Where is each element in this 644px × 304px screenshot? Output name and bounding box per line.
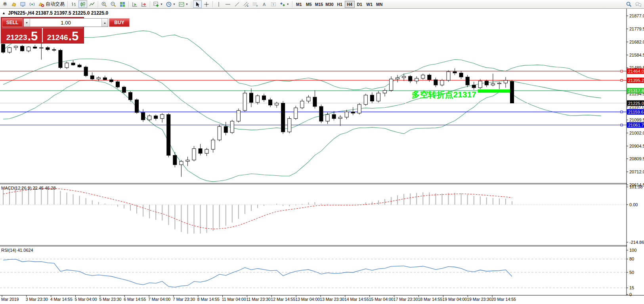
chart-canvas[interactable]: 多空转折点2131721877.021779.521682.021584.521… [0, 9, 644, 304]
price-line-21395.2[interactable] [0, 79, 627, 81]
price-line-21464.0[interactable] [0, 70, 627, 72]
buy-button[interactable]: BUY [109, 18, 130, 27]
price-line-21159.6[interactable] [0, 111, 627, 113]
annotation-text[interactable]: 多空转折点21317 [411, 90, 476, 99]
svg-text:18 Mar 14:55: 18 Mar 14:55 [418, 297, 442, 302]
svg-text:4 Mar 14:55: 4 Mar 14:55 [50, 297, 73, 302]
svg-text:14 Mar 14:55: 14 Mar 14:55 [344, 297, 369, 302]
tab-timeframe-d1[interactable]: D1 [355, 1, 365, 8]
tab-timeframe-h1[interactable]: H1 [335, 1, 345, 8]
svg-text:5 Mar 04:00: 5 Mar 04:00 [75, 297, 97, 302]
equidistant-channel-tool-button[interactable]: E [242, 0, 250, 8]
tab-timeframe-m15[interactable]: M15 [314, 1, 324, 8]
terminal-icon [20, 1, 26, 8]
terminal-button[interactable] [19, 0, 27, 8]
svg-text:21002.0: 21002.0 [629, 131, 644, 135]
text-label-tool-button[interactable]: T [269, 0, 278, 8]
periods-clock-icon [166, 1, 172, 8]
volume-decrease-button[interactable]: ▼ [24, 19, 30, 27]
new-chart-button[interactable]: ▼ [152, 0, 164, 8]
new-order-button[interactable]: 单 [1, 0, 9, 8]
vertical-line-tool-button[interactable] [214, 0, 223, 8]
fibonacci-tool-button[interactable]: F [251, 0, 260, 8]
candlestick-chart-type-button[interactable] [78, 0, 87, 8]
svg-text:6 Mar 14:55: 6 Mar 14:55 [124, 297, 146, 302]
price-badge-21395.2: 21395.2 [627, 78, 644, 83]
svg-text:15 Mar 04:00: 15 Mar 04:00 [369, 297, 394, 302]
cursor-tool-button[interactable] [193, 0, 202, 8]
terminal-window: 单 自动交易 [0, 0, 644, 304]
line-chart-icon [89, 1, 95, 8]
price-badge-21061.7: 21061.7 [627, 122, 644, 128]
templates-button[interactable]: ▼ [177, 0, 189, 8]
candles [2, 41, 514, 177]
text-tool-button[interactable]: A [260, 0, 269, 8]
volume-input[interactable] [30, 19, 101, 27]
auto-scroll-icon [132, 1, 138, 8]
svg-text:-214.86: -214.86 [629, 240, 644, 245]
trendline-tool-button[interactable] [233, 0, 241, 8]
crosshair-icon [203, 1, 210, 8]
autotrading-label: 自动交易 [46, 1, 65, 8]
buy-price[interactable]: 21246.5 [42, 28, 83, 42]
svg-text:11 Mar 23:30: 11 Mar 23:30 [247, 297, 271, 302]
svg-text:21682.0: 21682.0 [629, 40, 644, 44]
time-axis[interactable]: Mar 20193 Mar 23:304 Mar 14:555 Mar 04:0… [1, 295, 516, 302]
tile-windows-button[interactable] [118, 0, 127, 8]
signal-button[interactable] [28, 0, 36, 8]
svg-text:20809.5: 20809.5 [629, 156, 644, 161]
svg-text:19 Mar 23:30: 19 Mar 23:30 [467, 297, 491, 302]
chat-button[interactable] [634, 0, 643, 8]
line-chart-type-button[interactable] [88, 0, 96, 8]
svg-text:21584.5: 21584.5 [629, 53, 644, 57]
chat-icon [635, 1, 642, 8]
dropdown-caret-icon: ▼ [173, 3, 176, 6]
volume-control: ▼ ▲ [23, 18, 108, 27]
chart-symbol-header: ▲ JPN225-,H4 21387.5 21397.5 21225.0 212… [2, 10, 108, 16]
fibonacci-icon: F [252, 1, 258, 8]
horizontal-line-tool-button[interactable] [224, 0, 232, 8]
autotrading-icon [38, 1, 44, 8]
auto-scroll-button[interactable] [130, 0, 139, 8]
volume-increase-button[interactable]: ▲ [101, 19, 108, 27]
svg-text:0: 0 [629, 292, 632, 297]
support-highlight-bar[interactable] [478, 89, 514, 93]
tab-timeframe-m5[interactable]: M5 [304, 1, 314, 8]
svg-text:21877.0: 21877.0 [629, 13, 644, 18]
chart-window: 多空转折点2131721877.021779.521682.021584.521… [0, 9, 644, 304]
toolbar-separator [128, 1, 129, 8]
candlestick-icon [80, 1, 86, 8]
svg-text:13 Mar 04:00: 13 Mar 04:00 [295, 297, 320, 302]
vertical-line-icon [216, 1, 222, 8]
arrows-icon [279, 1, 286, 8]
autotrading-button[interactable]: 自动交易 [37, 0, 66, 8]
zoom-in-button[interactable] [100, 0, 109, 8]
svg-text:21159.6: 21159.6 [628, 110, 644, 114]
symbol-triangle-icon: ▲ [2, 11, 6, 15]
zoom-out-button[interactable] [109, 0, 118, 8]
periods-button[interactable]: ▼ [164, 0, 177, 8]
bar-chart-type-button[interactable] [69, 0, 78, 8]
sell-price[interactable]: 21223.5 [2, 28, 42, 42]
price-badge-21317.8: 21317.8 [627, 88, 644, 93]
svg-text:21779.5: 21779.5 [629, 27, 644, 31]
charts-folder-icon [11, 1, 17, 8]
price-badge-21464.0: 21464.0 [627, 68, 644, 74]
sell-button[interactable]: SELL [2, 18, 23, 27]
crosshair-tool-button[interactable] [202, 0, 211, 8]
price-badge-21225.0: 21225.0 [627, 101, 644, 106]
tab-timeframe-h4[interactable]: H4 [345, 1, 355, 8]
svg-text:15: 15 [629, 285, 634, 290]
chart-shift-button[interactable] [140, 0, 148, 8]
tab-timeframe-m30[interactable]: M30 [324, 1, 334, 8]
tab-timeframe-m1[interactable]: M1 [294, 1, 304, 8]
macd-indicator-label: MACD(12,26,9) 22.45 45.28 [1, 186, 56, 190]
tab-timeframe-mn[interactable]: MN [375, 1, 384, 8]
horizontal-line-icon [225, 1, 231, 8]
charts-folder-button[interactable] [10, 0, 18, 8]
price-line-21061.7[interactable] [0, 124, 627, 126]
search-button[interactable] [625, 0, 633, 8]
bar-chart-icon [71, 1, 77, 8]
tab-timeframe-w1[interactable]: W1 [365, 1, 375, 8]
arrows-tool-button[interactable]: ▼ [278, 0, 290, 8]
